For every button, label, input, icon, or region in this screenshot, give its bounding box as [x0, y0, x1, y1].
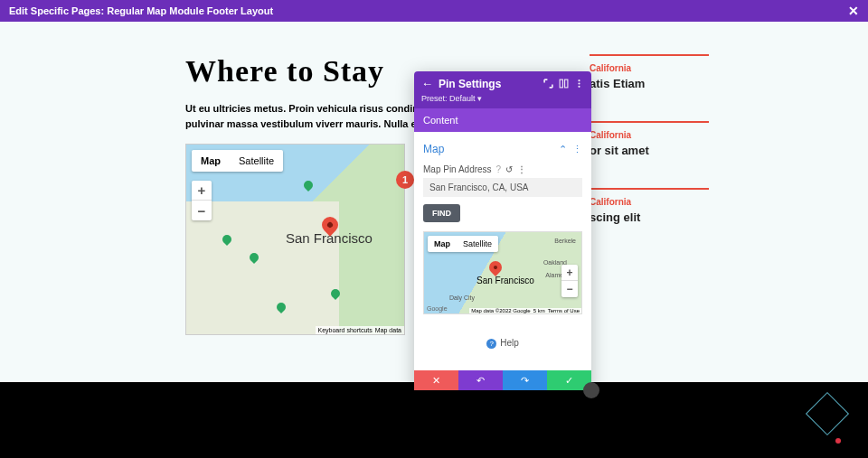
modal-header: ← Pin Settings Preset: Default ▾ [414, 71, 591, 108]
section-map-toggle[interactable]: Map ⌃ ⋮ [423, 143, 582, 155]
close-icon[interactable]: ✕ [848, 4, 859, 18]
expand-icon[interactable] [543, 79, 553, 89]
resize-handle[interactable] [583, 382, 599, 398]
map-shortcuts-link[interactable]: Keyboard shortcuts [318, 327, 373, 333]
more-icon[interactable] [574, 79, 584, 89]
card-location: California [590, 130, 709, 140]
pin-settings-modal: ← Pin Settings Preset: Default ▾ Content… [414, 71, 591, 390]
map-data-label: Map data [375, 327, 401, 333]
field-more-icon[interactable]: ⋮ [517, 164, 525, 174]
modal-footer: ✕ ↶ ↷ ✓ [414, 370, 591, 390]
card-item[interactable]: California atis Etiam [590, 54, 709, 105]
step-badge-1: 1 [396, 171, 414, 189]
minimap-zoom-out[interactable]: − [561, 281, 578, 297]
undo-button[interactable]: ↶ [458, 370, 503, 390]
minimap-tab-satellite[interactable]: Satellite [457, 236, 498, 252]
map-attribution: Keyboard shortcuts Map data [316, 326, 405, 334]
minimap-zoom-control: + − [561, 265, 578, 297]
card-title: scing elit [590, 210, 709, 224]
back-arrow-icon[interactable]: ← [421, 77, 433, 90]
topbar-title: Edit Specific Pages: Regular Map Module … [9, 5, 273, 16]
minimap-city-daly: Daly City [449, 294, 475, 301]
modal-title: Pin Settings [439, 78, 538, 90]
minimap-tab-map[interactable]: Map [428, 236, 457, 252]
svg-point-2 [578, 79, 580, 81]
zoom-out-button[interactable]: − [192, 201, 212, 220]
help-icon[interactable]: ? [496, 164, 502, 174]
tab-content[interactable]: Content [414, 108, 591, 132]
card-location: California [590, 63, 709, 73]
minimap-city-label: San Francisco [476, 276, 534, 285]
side-cards: California atis Etiam California or sit … [590, 54, 709, 255]
main-map[interactable]: Map Satellite + − San Francisco Keyboard… [185, 144, 405, 335]
preset-label[interactable]: Preset: Default ▾ [421, 94, 584, 103]
bottom-panel [0, 382, 868, 458]
map-tab-satellite[interactable]: Satellite [230, 150, 283, 172]
zoom-in-button[interactable]: + [192, 181, 212, 201]
card-item[interactable]: California or sit amet [590, 121, 709, 172]
help-link[interactable]: ?Help [423, 332, 582, 361]
svg-rect-1 [565, 79, 568, 88]
field-label-row: Map Pin Address ? ↺ ⋮ [423, 164, 582, 174]
section-more-icon[interactable]: ⋮ [572, 144, 582, 155]
svg-point-3 [578, 82, 580, 84]
card-location: California [590, 197, 709, 207]
reset-icon[interactable]: ↺ [505, 164, 513, 174]
map-zoom-control: + − [192, 181, 212, 220]
page-canvas: Where to Stay Ut eu ultricies metus. Pro… [0, 22, 868, 382]
minimap-type-tabs: Map Satellite [428, 236, 498, 252]
card-title: atis Etiam [590, 77, 709, 90]
map-tab-map[interactable]: Map [192, 150, 230, 172]
help-badge-icon: ? [486, 339, 496, 349]
svg-point-4 [578, 86, 580, 88]
mini-map[interactable]: Map Satellite San Francisco Berkele Oakl… [423, 231, 582, 314]
card-title: or sit amet [590, 144, 709, 157]
edit-page-topbar: Edit Specific Pages: Regular Map Module … [0, 0, 868, 22]
card-item[interactable]: California scing elit [590, 188, 709, 238]
address-label: Map Pin Address [423, 164, 492, 174]
section-label: Map [423, 143, 444, 155]
chevron-up-icon[interactable]: ⌃ [559, 144, 567, 155]
find-button[interactable]: FIND [423, 204, 460, 222]
diamond-icon [806, 392, 849, 435]
notification-dot-icon [835, 438, 841, 444]
svg-rect-0 [560, 79, 562, 88]
cancel-button[interactable]: ✕ [414, 370, 458, 390]
google-logo: Google [427, 305, 448, 312]
minimap-zoom-in[interactable]: + [561, 265, 578, 281]
minimap-attribution: Map data ©2022 Google 5 km Terms of Use [469, 308, 581, 313]
map-type-tabs: Map Satellite [192, 150, 283, 172]
minimap-city-berkeley: Berkele [554, 238, 576, 244]
snap-icon[interactable] [559, 79, 569, 89]
address-input[interactable]: San Francisco, CA, USA [423, 178, 582, 197]
redo-button[interactable]: ↷ [503, 370, 547, 390]
